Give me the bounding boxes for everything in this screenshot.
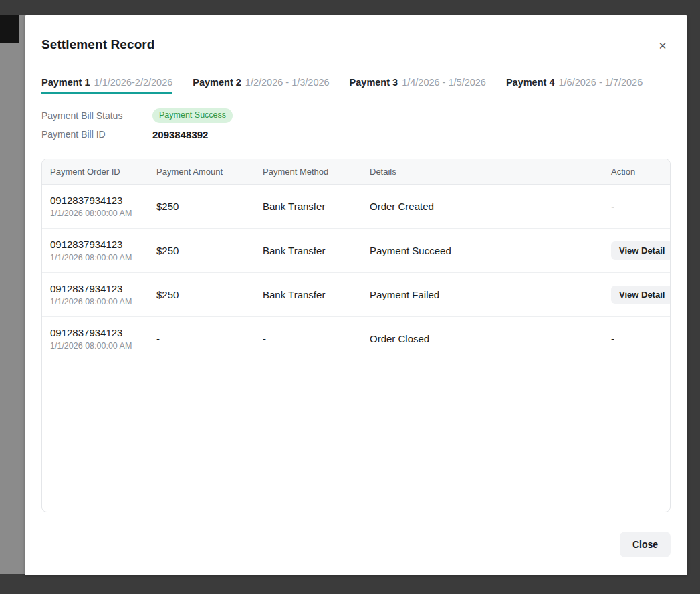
view-detail-button[interactable]: View Detail — [611, 286, 671, 304]
order-id: 0912837934123 — [50, 239, 122, 250]
tab-payment-2[interactable]: Payment 2 1/2/2026 - 1/3/2026 — [193, 77, 329, 94]
column-header-method: Payment Method — [255, 167, 362, 177]
tab-label: Payment 1 — [41, 77, 90, 88]
order-timestamp: 1/1/2026 08:00:00 AM — [50, 297, 132, 306]
order-id: 0912837934123 — [50, 327, 122, 338]
method-cell: - — [255, 317, 362, 361]
column-header-order-id: Payment Order ID — [42, 167, 148, 177]
order-timestamp: 1/1/2026 08:00:00 AM — [50, 341, 132, 351]
dimmed-page-header-block — [0, 15, 19, 43]
action-cell: - — [603, 317, 670, 361]
action-cell: View Detail — [603, 229, 670, 272]
order-id: 0912837934123 — [50, 283, 122, 294]
amount-cell: - — [148, 317, 255, 361]
bill-info: Payment Bill Status Payment Success Paym… — [41, 108, 233, 146]
tab-label: Payment 3 — [350, 77, 398, 88]
order-id: 0912837934123 — [50, 195, 122, 206]
bill-status-label: Payment Bill Status — [41, 110, 152, 121]
close-button[interactable]: Close — [620, 532, 671, 557]
bill-id-row: Payment Bill ID 2093848392 — [41, 127, 233, 142]
order-timestamp: 1/1/2026 08:00:00 AM — [50, 253, 132, 262]
method-cell: Bank Transfer — [255, 229, 362, 272]
details-cell: Payment Failed — [362, 273, 603, 316]
bill-status-row: Payment Bill Status Payment Success — [41, 108, 233, 123]
settlement-record-modal: Settlement Record ✕ Payment 1 1/1/2026-2… — [25, 15, 687, 575]
action-cell: View Detail — [603, 273, 670, 316]
method-cell: Bank Transfer — [255, 273, 362, 316]
dimmed-page-strip — [0, 15, 25, 574]
tab-payment-1[interactable]: Payment 1 1/1/2026-2/2/2026 — [41, 77, 172, 94]
table-header-row: Payment Order ID Payment Amount Payment … — [42, 159, 670, 185]
details-cell: Order Closed — [362, 317, 603, 361]
details-cell: Order Created — [362, 185, 603, 228]
tab-label: Payment 4 — [506, 77, 555, 88]
amount-cell: $250 — [148, 229, 255, 272]
details-cell: Payment Succeed — [362, 229, 603, 272]
tab-date-range: 1/6/2026 - 1/7/2026 — [558, 77, 643, 88]
status-badge: Payment Success — [152, 108, 233, 123]
tab-date-range: 1/4/2026 - 1/5/2026 — [402, 77, 486, 88]
tab-date-range: 1/2/2026 - 1/3/2026 — [245, 77, 330, 88]
action-cell: - — [603, 185, 670, 228]
table-row: 0912837934123 1/1/2026 08:00:00 AM $250 … — [42, 185, 670, 229]
table-body: 0912837934123 1/1/2026 08:00:00 AM $250 … — [42, 185, 670, 361]
close-icon[interactable]: ✕ — [654, 37, 671, 54]
table-row: 0912837934123 1/1/2026 08:00:00 AM - - O… — [42, 317, 670, 361]
tab-payment-4[interactable]: Payment 4 1/6/2026 - 1/7/2026 — [506, 77, 643, 94]
column-header-action: Action — [603, 167, 670, 177]
order-timestamp: 1/1/2026 08:00:00 AM — [50, 209, 132, 218]
column-header-details: Details — [362, 167, 603, 177]
payment-orders-table: Payment Order ID Payment Amount Payment … — [41, 159, 671, 512]
payment-tabs: Payment 1 1/1/2026-2/2/2026 Payment 2 1/… — [41, 77, 671, 94]
order-id-cell: 0912837934123 1/1/2026 08:00:00 AM — [42, 317, 148, 361]
table-row: 0912837934123 1/1/2026 08:00:00 AM $250 … — [42, 229, 670, 273]
view-detail-button[interactable]: View Detail — [611, 241, 671, 260]
bill-id-value: 2093848392 — [152, 129, 208, 140]
page-title: Settlement Record — [41, 37, 155, 52]
column-header-amount: Payment Amount — [148, 167, 255, 177]
amount-cell: $250 — [148, 185, 255, 228]
table-row: 0912837934123 1/1/2026 08:00:00 AM $250 … — [42, 273, 670, 317]
tab-date-range: 1/1/2026-2/2/2026 — [94, 77, 173, 88]
tab-payment-3[interactable]: Payment 3 1/4/2026 - 1/5/2026 — [350, 77, 486, 94]
order-id-cell: 0912837934123 1/1/2026 08:00:00 AM — [42, 229, 148, 272]
order-id-cell: 0912837934123 1/1/2026 08:00:00 AM — [42, 273, 148, 316]
bill-id-label: Payment Bill ID — [41, 129, 152, 140]
amount-cell: $250 — [148, 273, 255, 316]
order-id-cell: 0912837934123 1/1/2026 08:00:00 AM — [42, 185, 148, 228]
tab-label: Payment 2 — [193, 77, 241, 88]
method-cell: Bank Transfer — [255, 185, 362, 228]
